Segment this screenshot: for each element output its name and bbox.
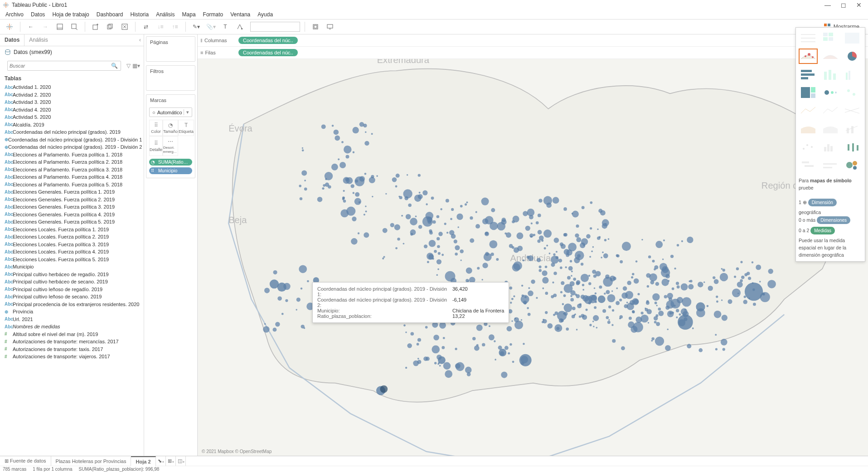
field-item[interactable]: #Autorizaciones de transporte: taxis. 20… [5,346,142,353]
showme-dual-combo[interactable] [843,121,862,137]
showme-symbol-map[interactable] [799,49,818,64]
field-item[interactable]: AbcCoordenadas del núcleo principal (gra… [5,128,142,136]
data-tab[interactable]: Datos [0,34,24,46]
mark-tooltip-button[interactable]: ⋯Descri. emerg... [163,136,178,156]
menu-datos[interactable]: Datos [28,11,48,18]
field-item[interactable]: AbcActividad 1. 2020 [5,83,142,91]
showme-treemap[interactable] [799,85,818,100]
window-minimize-button[interactable]: — [824,1,831,9]
menu-analisis[interactable]: Análisis [153,11,177,18]
showme-line-cont[interactable] [799,103,818,118]
rows-shelf[interactable]: ≡Filas Coordenadas del núc.. [198,47,868,59]
showme-highlight-table[interactable] [843,30,862,46]
field-item[interactable]: AbcElecciones al Parlamento. Fuerza polí… [5,151,142,159]
datasource-item[interactable]: Datos (smex99) [0,46,144,58]
field-item[interactable]: AbcActividad 4. 2020 [5,106,142,114]
field-item[interactable]: AbcElecciones Locales. Fuerza política 5… [5,256,142,263]
showme-scatter[interactable] [799,139,818,155]
window-close-button[interactable]: ✕ [856,1,862,9]
field-item[interactable]: AbcUrl. 2021 [5,316,142,323]
showme-filled-map[interactable] [821,49,840,64]
field-item[interactable]: #Autorizaciones de transporte: mercancía… [5,338,142,346]
analysis-tab[interactable]: Análisis‹ [24,34,144,46]
field-item[interactable]: AbcPrincipal cultivo herbáceo de secano.… [5,278,142,286]
showme-circle-views[interactable] [821,85,840,100]
field-item[interactable]: AbcElecciones Generales. Fuerza política… [5,188,142,196]
window-maximize-button[interactable]: ◻ [841,1,846,9]
rows-pill[interactable]: Coordenadas del núc.. [238,49,298,56]
new-sheet-button[interactable]: ⬊₊ [156,456,166,466]
presentation-button[interactable] [324,21,336,33]
showme-side-bar[interactable] [843,67,862,82]
showme-histogram[interactable] [821,139,840,155]
field-item[interactable]: AbcAlcaldía. 2019 [5,121,142,129]
group-button[interactable]: 📎▾ [205,21,217,33]
mark-size-button[interactable]: ◔Tamaño [163,120,178,136]
mark-pill-size[interactable]: ◔SUMA(Ratio_p.. [149,159,192,166]
field-item[interactable]: AbcElecciones al Parlamento. Fuerza polí… [5,181,142,189]
showme-line-disc[interactable] [821,103,840,118]
toolbar-dropdown[interactable] [250,22,300,32]
fix-axes-button[interactable] [234,21,246,33]
menu-formato[interactable]: Formato [200,11,226,18]
redo-button[interactable]: → [39,21,51,33]
field-item[interactable]: AbcElecciones Generales. Fuerza política… [5,218,142,226]
showme-bullet[interactable] [821,157,840,173]
showme-gantt[interactable] [799,157,818,173]
undo-button[interactable]: ← [25,21,37,33]
new-dashboard-button[interactable]: ⊞₊ [166,456,176,466]
duplicate-button[interactable] [104,21,116,33]
field-item[interactable]: AbcActividad 3. 2020 [5,98,142,106]
highlight-button[interactable]: ✎▾ [190,21,202,33]
field-item[interactable]: AbcElecciones Generales. Fuerza política… [5,211,142,219]
menu-ventana[interactable]: Ventana [228,11,253,18]
field-item[interactable]: AbcActividad 5. 2020 [5,113,142,121]
menu-ayuda[interactable]: Ayuda [255,11,276,18]
field-item[interactable]: AbcActividad 2. 2020 [5,91,142,99]
sort-desc-button[interactable]: ↑≡ [169,21,181,33]
showme-pie[interactable] [843,49,862,64]
showme-text-table[interactable] [799,30,818,46]
visualization-canvas[interactable]: Hoja 2 🔍 + − ⟟ ▸ Extremadura Évora Be [198,59,868,456]
new-datasource-button[interactable] [68,21,80,33]
filters-shelf[interactable]: Filtros [146,65,195,91]
field-item[interactable]: ⊕Provincia [5,308,142,316]
field-item[interactable]: AbcElecciones al Parlamento. Fuerza polí… [5,158,142,166]
showme-area-disc[interactable] [821,121,840,137]
field-item[interactable]: AbcPrincipal procedencia de los extranje… [5,301,142,308]
menu-archivo[interactable]: Archivo [3,11,26,18]
pages-shelf[interactable]: Páginas [146,36,195,62]
labels-button[interactable]: T [219,21,231,33]
mark-label-button[interactable]: TEtiqueta [178,120,194,136]
field-item[interactable]: AbcElecciones Locales. Fuerza política 3… [5,241,142,249]
showme-area-cont[interactable] [799,121,818,137]
collapse-pane-icon[interactable]: ‹ [139,37,141,43]
field-item[interactable]: AbcNombres de medidas [5,323,142,331]
new-story-button[interactable]: ◫₊ [176,456,186,466]
columns-pill[interactable]: Coordenadas del núc.. [238,37,298,44]
field-item[interactable]: AbcElecciones al Parlamento. Fuerza polí… [5,173,142,181]
field-item[interactable]: AbcPrincipal cultivo herbáceo de regadío… [5,271,142,278]
showme-heatmap[interactable] [821,30,840,46]
tableau-logo-button[interactable] [4,21,15,33]
sheet-tab-1[interactable]: Plazas Hoteleras por Provincias [51,457,131,466]
showme-side-circles[interactable] [843,85,862,100]
mark-type-dropdown[interactable]: ○ Automático ▾ [149,107,192,117]
mark-detail-button[interactable]: ⠿Detalle [149,136,163,156]
field-item[interactable]: #Autorizaciones de transporte: viajeros.… [5,353,142,361]
field-item[interactable]: AbcPrincipal cultivo leñoso de secano. 2… [5,293,142,301]
menu-mapa[interactable]: Mapa [179,11,199,18]
field-item[interactable]: ⊕Coordenadas del núcleo principal (grado… [5,143,142,151]
menu-historia[interactable]: Historia [127,11,151,18]
sort-asc-button[interactable]: ↓≡ [155,21,166,33]
field-item[interactable]: AbcElecciones Locales. Fuerza política 2… [5,233,142,241]
showme-boxplot[interactable] [843,139,862,155]
swap-button[interactable]: ⇄ [140,21,152,33]
showme-hbar[interactable] [799,67,818,82]
field-item[interactable]: ⊕Coordenadas del núcleo principal (grado… [5,136,142,144]
menu-dashboard[interactable]: Dashboard [94,11,126,18]
filter-fields-icon[interactable]: ▽ [126,63,131,69]
view-fields-icon[interactable]: ▦▾ [132,63,140,69]
showme-packed-bubbles[interactable] [843,157,862,173]
field-item[interactable]: AbcElecciones Locales. Fuerza política 1… [5,226,142,234]
